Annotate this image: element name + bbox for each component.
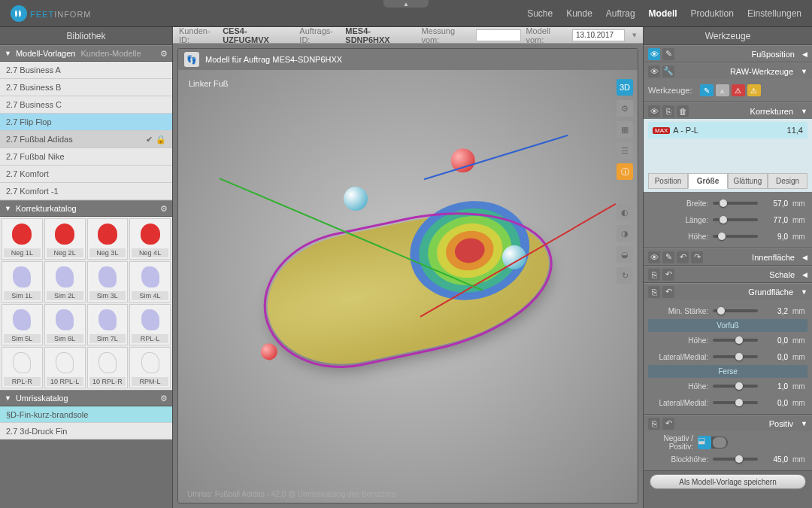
view-tool-5[interactable]: ◑ (617, 225, 633, 242)
slider[interactable] (713, 309, 758, 312)
view-tool-1[interactable]: ⚙ (617, 100, 633, 117)
eye-icon[interactable]: 👁 (648, 65, 660, 78)
template-item[interactable]: 2.7 Business B (0, 79, 172, 96)
redo-icon[interactable]: ↷ (691, 251, 703, 263)
nav-auftrag[interactable]: Auftrag (606, 8, 635, 19)
copy-icon[interactable]: ⎘ (648, 269, 660, 281)
outline-item[interactable]: §D-Fin-kurz-brandsole (0, 406, 172, 423)
catalog-item[interactable]: RPL-L (129, 304, 171, 345)
eye-icon[interactable]: 👁 (648, 48, 660, 60)
gear-icon[interactable]: ⚙ (160, 394, 168, 403)
catalog-item[interactable]: RPL-R (2, 347, 43, 388)
messung-label: Messung vom: (421, 26, 471, 44)
grundflache-header[interactable]: ⎘↶ Grundfläche ▼ (644, 283, 812, 300)
edit-icon[interactable]: ✎ (662, 251, 674, 263)
edit-icon[interactable]: ✎ (662, 48, 674, 60)
catalog-item[interactable]: 10 RPL-R (87, 347, 129, 388)
catalog-item[interactable]: Sim 5L (2, 304, 43, 345)
outline-catalog-header[interactable]: ▼ Umrisskatalog ⚙ (0, 390, 172, 406)
gear-icon[interactable]: ⚙ (160, 204, 168, 214)
slider[interactable] (713, 401, 758, 404)
catalog-item[interactable]: Sim 6L (44, 304, 86, 345)
catalog-item[interactable]: Neg 3L (87, 218, 129, 260)
template-item[interactable]: 2.7 Komfort -1 (0, 183, 172, 200)
slider[interactable] (713, 202, 758, 205)
catalog-item[interactable]: 10 RPL-L (44, 347, 86, 388)
catalog-item[interactable]: Sim 7L (87, 304, 129, 345)
delete-icon[interactable]: 🗑 (677, 105, 689, 117)
catalog-item[interactable]: RPM-L (129, 347, 171, 388)
tab-design[interactable]: Design (768, 173, 807, 189)
outline-list: §D-Fin-kurz-brandsole2.7 3d-Druck Fin (0, 406, 172, 440)
korrekturen-header[interactable]: 👁⎘🗑 Korrekturen ▼ (644, 102, 812, 119)
fussposition-header[interactable]: 👁✎ Fußposition ◀ (644, 45, 812, 62)
slider[interactable] (713, 339, 758, 342)
modell-vom-input[interactable] (572, 29, 625, 41)
logo-text-inform: INFORM (54, 10, 91, 19)
nav-einstellungen[interactable]: Einstellungen (747, 8, 801, 19)
eye-icon[interactable]: 👁 (648, 251, 660, 263)
outline-item[interactable]: 2.7 3d-Druck Fin (0, 423, 172, 440)
tab-größe[interactable]: Größe (688, 173, 728, 189)
positiv-header[interactable]: ⎘↶ Positiv ▼ (644, 415, 812, 431)
eye-icon[interactable]: 👁 (648, 105, 660, 117)
copy-icon[interactable]: ⎘ (648, 418, 660, 430)
slider[interactable] (713, 385, 758, 388)
schale-header[interactable]: ⎘↶ Schale ◀ (644, 266, 812, 282)
view-3d-button[interactable]: 3D (617, 79, 633, 96)
view-tool-4[interactable]: ◐ (617, 204, 633, 221)
tab-position[interactable]: Position (648, 173, 688, 189)
nav-suche[interactable]: Suche (527, 8, 553, 19)
nav-produktion[interactable]: Produktion (691, 8, 734, 19)
template-item[interactable]: 2.7 Business C (0, 96, 172, 114)
dropdown-icon[interactable]: ▾ (632, 30, 637, 40)
save-template-button[interactable]: Als Modell-Vorlage speichern (650, 474, 806, 489)
wrench-icon[interactable]: 🔧 (662, 65, 674, 78)
view-tool-2[interactable]: ▦ (617, 121, 633, 138)
catalog-item[interactable]: Sim 3L (87, 261, 129, 303)
catalog-item[interactable]: Neg 1L (2, 218, 43, 260)
catalog-item[interactable]: Sim 1L (2, 261, 43, 303)
raw-tool-red[interactable]: ⚠ (732, 84, 745, 96)
slider[interactable] (713, 218, 758, 221)
gear-icon[interactable]: ⚙ (160, 49, 168, 59)
undo-icon[interactable]: ↶ (662, 286, 674, 298)
template-item[interactable]: 2.7 Business A (0, 62, 172, 79)
view-tool-info[interactable]: ⓘ (617, 163, 633, 180)
undo-icon[interactable]: ↶ (662, 418, 674, 430)
view-tool-3[interactable]: ☰ (617, 142, 633, 159)
tab-glättung[interactable]: Glättung (728, 173, 768, 189)
viewport[interactable]: 👣 Modell für Auftrag MES4-SDNP6HXX Linke… (177, 48, 638, 503)
slider[interactable] (713, 355, 758, 358)
raw-tool-grey[interactable]: ▲ (716, 84, 729, 96)
nav-modell[interactable]: Modell (649, 8, 677, 19)
corr-catalog-header[interactable]: ▼ Korrekturkatalog ⚙ (0, 200, 172, 217)
raw-header[interactable]: 👁🔧 RAW-Werkzeuge ▼ (644, 62, 812, 79)
slider[interactable] (713, 458, 758, 461)
correction-item[interactable]: MAX A - P-L 11,4 (648, 122, 807, 138)
nav-kunde[interactable]: Kunde (566, 8, 592, 19)
view-tool-7[interactable]: ↻ (617, 267, 633, 284)
templates-header[interactable]: ▼ Modell-Vorlagen Kunden-Modelle ⚙ (0, 45, 172, 62)
catalog-item[interactable]: Sim 2L (44, 261, 86, 303)
raw-tool-yellow[interactable]: ⚠ (747, 84, 761, 96)
catalog-item[interactable]: Neg 4L (129, 218, 171, 260)
copy-icon[interactable]: ⎘ (648, 286, 660, 298)
slider[interactable] (713, 235, 758, 238)
window-handle[interactable]: ▲ (383, 0, 429, 8)
template-item[interactable]: 2.7 Komfort (0, 166, 172, 183)
negativ-positiv-toggle[interactable]: ⬓ (698, 437, 728, 449)
view-tool-6[interactable]: ◒ (617, 246, 633, 263)
template-item[interactable]: 2.7 Fußbal Adidas✔🔒 (0, 131, 172, 148)
raw-tool-blue[interactable]: ✎ (700, 84, 714, 96)
positiv-label: Positiv (769, 419, 793, 428)
innenflache-header[interactable]: 👁✎↶↷ Innenfläche ◀ (644, 248, 812, 265)
catalog-item[interactable]: Neg 2L (44, 218, 86, 260)
template-item[interactable]: 2.7 Flip Flop (0, 114, 172, 131)
catalog-item[interactable]: Sim 4L (129, 261, 171, 303)
undo-icon[interactable]: ↶ (662, 269, 674, 281)
undo-icon[interactable]: ↶ (677, 251, 689, 263)
copy-icon[interactable]: ⎘ (662, 105, 674, 117)
template-item[interactable]: 2.7 Fußbal Nike (0, 148, 172, 166)
messung-input[interactable] (476, 29, 521, 41)
